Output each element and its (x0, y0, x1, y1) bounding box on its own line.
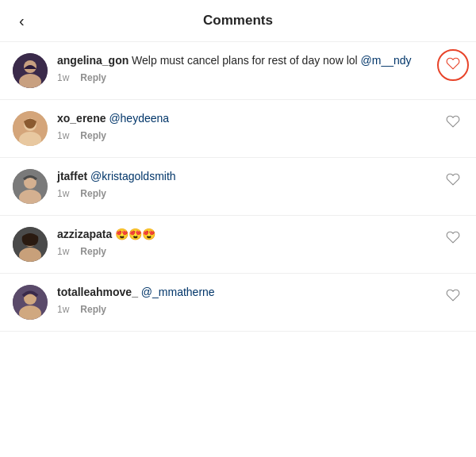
comment-username: azzizapata (57, 228, 112, 240)
header: ‹ Comments (0, 0, 476, 42)
comment-meta: 1wReply (57, 188, 436, 199)
comment-item: totalleahmove_ @_mmatherne1wReply (0, 274, 476, 332)
back-button[interactable]: ‹ (13, 9, 31, 33)
comment-mention: @_mmatherne (141, 286, 215, 298)
comment-username: angelina_gon (57, 54, 129, 67)
comment-time: 1w (57, 72, 69, 83)
comment-item: azzizapata 😍😍😍1wReply (0, 216, 476, 274)
comment-text: azzizapata 😍😍😍 (57, 227, 436, 243)
like-section (443, 111, 463, 134)
comment-item: xo_erene @heydeena1wReply (0, 100, 476, 158)
avatar (13, 169, 48, 204)
comment-text: totalleahmove_ @_mmatherne (57, 285, 436, 301)
comment-text: jtaffet @kristagoldsmith (57, 169, 436, 185)
reply-button[interactable]: Reply (80, 188, 106, 199)
comment-meta: 1wReply (57, 130, 436, 141)
avatar (13, 53, 48, 88)
like-section (443, 169, 463, 192)
comment-body: angelina_gon Welp must cancel plans for … (57, 53, 436, 83)
like-button[interactable] (443, 169, 463, 192)
comment-text: xo_erene @heydeena (57, 111, 436, 127)
avatar (13, 285, 48, 320)
like-section (443, 53, 463, 76)
comment-body: jtaffet @kristagoldsmith1wReply (57, 169, 436, 199)
comment-mention: @kristagoldsmith (90, 170, 176, 182)
comment-meta: 1wReply (57, 72, 436, 83)
like-section (443, 285, 463, 308)
comments-list: angelina_gon Welp must cancel plans for … (0, 42, 476, 332)
comment-meta: 1wReply (57, 304, 436, 315)
comment-time: 1w (57, 188, 69, 199)
comment-meta: 1wReply (57, 246, 436, 257)
reply-button[interactable]: Reply (80, 246, 106, 257)
reply-button[interactable]: Reply (80, 72, 106, 83)
comment-item: jtaffet @kristagoldsmith1wReply (0, 158, 476, 216)
comment-time: 1w (57, 304, 69, 315)
comment-username: jtaffet (57, 170, 87, 182)
like-button[interactable] (443, 227, 463, 250)
like-button[interactable] (443, 285, 463, 308)
comment-mention: @m__ndy (361, 54, 412, 67)
comment-body: azzizapata 😍😍😍1wReply (57, 227, 436, 257)
comment-body-text: Welp must cancel plans for rest of day n… (129, 54, 360, 67)
comment-mention: @heydeena (109, 112, 169, 125)
comment-body-text: 😍😍😍 (112, 228, 155, 240)
avatar (13, 227, 48, 262)
reply-button[interactable]: Reply (80, 130, 106, 141)
avatar (13, 111, 48, 146)
like-button[interactable] (443, 53, 463, 76)
comment-username: xo_erene (57, 112, 106, 125)
comment-item: angelina_gon Welp must cancel plans for … (0, 42, 476, 100)
comment-text: angelina_gon Welp must cancel plans for … (57, 53, 436, 69)
comment-body: xo_erene @heydeena1wReply (57, 111, 436, 141)
like-button[interactable] (443, 111, 463, 134)
comment-time: 1w (57, 246, 69, 257)
comment-username: totalleahmove_ (57, 286, 138, 298)
like-section (443, 227, 463, 250)
reply-button[interactable]: Reply (80, 304, 106, 315)
header-title: Comments (203, 13, 273, 29)
comment-body: totalleahmove_ @_mmatherne1wReply (57, 285, 436, 315)
comment-time: 1w (57, 130, 69, 141)
